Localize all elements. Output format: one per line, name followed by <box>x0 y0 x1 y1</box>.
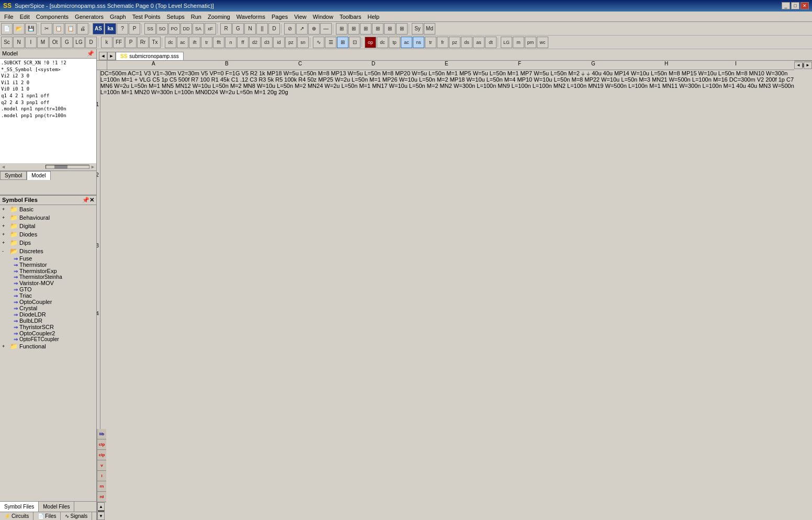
tb2-as[interactable]: as <box>473 37 484 48</box>
v-scroll-thumb[interactable] <box>98 511 104 512</box>
tb2-tr[interactable]: tr <box>201 37 212 48</box>
menu-zooming[interactable]: Zooming <box>205 13 233 21</box>
tb2-i[interactable]: I <box>25 37 37 48</box>
tb2-p[interactable]: P <box>125 37 137 48</box>
tb-grid1[interactable]: ⊞ <box>336 23 347 35</box>
tab-model[interactable]: Model <box>27 171 50 180</box>
tb2-acns[interactable]: ac <box>401 37 412 48</box>
tb2-wc[interactable]: wc <box>537 37 548 48</box>
tb2-m[interactable]: M <box>37 37 49 48</box>
tree-optocoupler[interactable]: ⇒ OptoCoupler <box>13 299 96 305</box>
tree-optofetcoupler[interactable]: ⇒ OptoFETCoupler <box>13 336 96 342</box>
tb2-id[interactable]: id <box>273 37 285 48</box>
tb2-grid[interactable]: ☰ <box>325 37 336 48</box>
tb2-dt[interactable]: dt <box>485 37 497 48</box>
tree-bulbldr[interactable]: ⇒ BulbLDR <box>13 318 96 324</box>
tab-signals[interactable]: ∿Signals <box>61 512 92 520</box>
tab-circuits[interactable]: ⚡Circuits <box>0 512 33 520</box>
tb-line[interactable]: — <box>320 23 332 35</box>
menu-toolbars[interactable]: Toolbars <box>336 13 365 21</box>
tree-crystal[interactable]: ⇒ Crystal <box>13 305 96 311</box>
tb-zoom-sel[interactable]: ⊕ <box>308 23 320 35</box>
tb-save[interactable]: 💾 <box>25 23 37 35</box>
tb-p[interactable]: P <box>129 23 140 35</box>
menu-testpoints[interactable]: Test Points <box>129 13 164 21</box>
tb2-fft[interactable]: fft <box>213 37 224 48</box>
tb2-ift[interactable]: ift <box>189 37 200 48</box>
tb-grid2[interactable]: ⊞ <box>348 23 359 35</box>
maximize-button[interactable]: □ <box>791 2 799 9</box>
menu-graph[interactable]: Graph <box>107 13 129 21</box>
tb-grid4[interactable]: ⊞ <box>372 23 384 35</box>
tb-D[interactable]: D <box>268 23 280 35</box>
tb2-op[interactable]: op <box>365 37 376 48</box>
tb2-ff[interactable]: FF <box>113 37 125 48</box>
tb-grid6[interactable]: ⊞ <box>396 23 408 35</box>
tb2-dc[interactable]: dc <box>165 37 176 48</box>
tb-md[interactable]: Md <box>424 23 435 35</box>
menu-file[interactable]: File <box>1 13 17 21</box>
tb2-k[interactable]: k <box>101 37 112 48</box>
tree-discretes[interactable]: - 📂 Discretes <box>0 247 96 255</box>
tab-nav-right[interactable]: ► <box>107 52 116 60</box>
menu-pages[interactable]: Pages <box>268 13 291 21</box>
tb2-d3[interactable]: d3 <box>261 37 273 48</box>
tb-print[interactable]: 🖨 <box>77 23 88 35</box>
tb-copy[interactable]: 📋 <box>53 23 64 35</box>
tree-optocoupler2[interactable]: ⇒ OptoCoupler2 <box>13 330 96 336</box>
tree-thermistor[interactable]: ⇒ Thermistor <box>13 262 96 268</box>
tb2-tr2[interactable]: tr <box>425 37 436 48</box>
tree-diodes[interactable]: + 📁 Diodes <box>0 230 96 239</box>
tb-cut[interactable]: ✂ <box>41 23 52 35</box>
menu-window[interactable]: Window <box>310 13 336 21</box>
tb-as[interactable]: AS <box>93 23 104 35</box>
symbol-files-pin[interactable]: 📌✕ <box>82 197 94 204</box>
tree-behavioural[interactable]: + 📁 Behavioural <box>0 213 96 222</box>
menu-waveforms[interactable]: Waveforms <box>233 13 268 21</box>
re-lib[interactable]: lib <box>97 429 106 439</box>
h-scrollbar[interactable]: ◄ ► <box>794 61 812 69</box>
h-scroll-thumb[interactable] <box>803 64 804 67</box>
tb2-n[interactable]: N <box>13 37 25 48</box>
tb-ka[interactable]: ka <box>105 23 116 35</box>
tb-help[interactable]: ? <box>117 23 128 35</box>
re-rn[interactable]: rn <box>97 481 106 492</box>
tb-sym1[interactable]: Sy <box>412 23 423 35</box>
re-clp2[interactable]: clp <box>97 450 106 460</box>
tb-R[interactable]: R <box>220 23 232 35</box>
tb2-rr[interactable]: Rr <box>137 37 149 48</box>
tb2-lg2[interactable]: LG <box>501 37 512 48</box>
tb2-ff2[interactable]: ff <box>237 37 249 48</box>
menu-help[interactable]: Help <box>365 13 383 21</box>
tab-files[interactable]: 📄Files <box>33 512 61 520</box>
close-button[interactable]: ✕ <box>800 2 809 9</box>
re-v[interactable]: v <box>97 460 106 471</box>
tree-thyristorscr[interactable]: ⇒ ThyristorSCR <box>13 324 96 330</box>
re-clp1[interactable]: clp <box>97 439 106 450</box>
tb-new[interactable]: 📄 <box>1 23 13 35</box>
tab-nav-left[interactable]: ◄ <box>99 52 107 60</box>
tb2-dc2[interactable]: dc <box>377 37 388 48</box>
scroll-down-btn[interactable]: ▼ <box>97 512 105 520</box>
tree-thermistorexp[interactable]: ⇒ ThermistorExp <box>13 268 96 274</box>
tb2-tx[interactable]: Tx <box>149 37 161 48</box>
tb2-d2[interactable]: d2 <box>249 37 261 48</box>
tb-po[interactable]: PO <box>168 23 180 35</box>
tb2-fr[interactable]: fr <box>437 37 448 48</box>
tb2-sc[interactable]: Sc <box>1 37 13 48</box>
tb2-pm[interactable]: pm <box>525 37 536 48</box>
tb2-ds[interactable]: ds <box>461 37 472 48</box>
tb-arrow[interactable]: ↗ <box>296 23 308 35</box>
tb2-ot[interactable]: Ot <box>49 37 61 48</box>
menu-view[interactable]: View <box>291 13 310 21</box>
tb2-sn[interactable]: sn <box>297 37 309 48</box>
tree-diodeldr[interactable]: ⇒ DiodeLDR <box>13 311 96 318</box>
tree-dips[interactable]: + 📁 Dips <box>0 239 96 247</box>
tb-N[interactable]: N <box>244 23 256 35</box>
tb2-pz[interactable]: pz <box>285 37 297 48</box>
minimize-button[interactable]: _ <box>782 2 790 9</box>
tb2-sq[interactable]: ⊡ <box>349 37 360 48</box>
schematic-tab[interactable]: SS submicronopamp.sss <box>116 52 184 60</box>
tb2-n2[interactable]: n <box>225 37 236 48</box>
tb-grid5[interactable]: ⊞ <box>384 23 396 35</box>
